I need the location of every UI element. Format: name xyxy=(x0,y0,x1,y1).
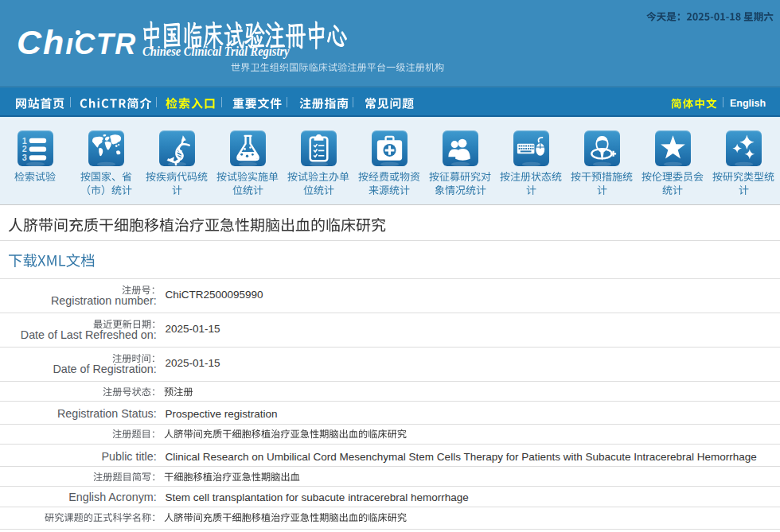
svg-text:3: 3 xyxy=(21,153,26,162)
